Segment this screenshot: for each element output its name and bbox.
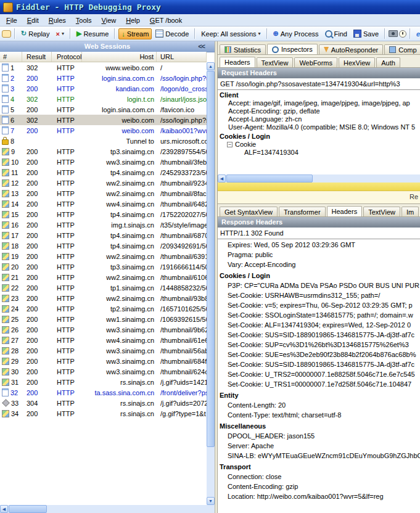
response-tab-transformer[interactable]: Transformer	[279, 207, 326, 216]
tab-statistics[interactable]: Statistics	[220, 44, 266, 54]
session-row[interactable]: 16200HTTPimg.t.sinajs.cn/t35/style/image	[0, 220, 207, 230]
keep-sessions-dropdown[interactable]: Keep: All sessions ▾	[199, 29, 263, 39]
statistics-icon	[224, 46, 231, 53]
session-row[interactable]: 31200HTTPrs.sinajs.cn/j.gif?uids=1421	[0, 377, 207, 387]
session-protocol: HTTP	[52, 211, 82, 218]
session-row[interactable]: 18200HTTPtp4.sinaimg.cn/2093492691/50	[0, 240, 207, 251]
any-process-button[interactable]: ⊕ Any Process	[271, 28, 321, 39]
collapse-node-icon[interactable]: −	[227, 142, 233, 147]
request-horizontal-scrollbar[interactable]: ◀ ▶	[218, 174, 420, 183]
session-row[interactable]: 20200HTTPtp3.sinaimg.cn/1916666114/50	[0, 261, 207, 272]
horizontal-scroll-thumb[interactable]	[226, 174, 313, 183]
collapse-panel-button[interactable]: <<	[198, 42, 205, 51]
session-row[interactable]: 34200HTTPrs.sinajs.cn/g.gif?type=1&t	[0, 408, 207, 419]
session-row[interactable]: 10200HTTPww3.sinaimg.cn/thumbnail/3feb	[0, 157, 207, 167]
menu-item-view[interactable]: View	[97, 15, 121, 25]
session-row[interactable]: 21200HTTPww2.sinaimg.cn/thumbnail/6106	[0, 272, 207, 282]
screenshot-camera-icon[interactable]	[389, 30, 398, 37]
toolbar-separator	[410, 28, 411, 39]
comment-icon[interactable]	[2, 30, 11, 38]
session-row[interactable]: 8Tunnel tours.microsoft.com	[0, 136, 207, 146]
menu-item-help[interactable]: Help	[121, 15, 145, 25]
session-row[interactable]: 25200HTTPww1.sinaimg.cn/1069392615/50	[0, 314, 207, 324]
stream-toggle-button[interactable]: ↓ Stream	[118, 28, 152, 39]
column-header-host[interactable]: Host	[82, 52, 157, 62]
replay-button[interactable]: ↻ Replay	[19, 28, 52, 39]
vertical-scroll-thumb[interactable]	[207, 71, 215, 447]
session-row[interactable]: 4302HTTPlogin.t.cn/sinaurl/joss.jso	[0, 94, 207, 104]
session-row[interactable]: 9200HTTPtp3.sinaimg.cn/2392897554/50	[0, 146, 207, 157]
scroll-left-button[interactable]: ◀	[218, 174, 226, 183]
session-row[interactable]: 17200HTTPtp4.sinaimg.cn/thumbnail/6870	[0, 230, 207, 240]
column-header-url[interactable]: URL	[157, 52, 207, 62]
menu-item-get-book[interactable]: GET /book	[145, 15, 187, 25]
sessions-horizontal-scrollbar[interactable]: ◀ ▶	[0, 505, 207, 513]
column-header-protocol[interactable]: Protocol	[52, 52, 82, 62]
lock-icon	[2, 139, 9, 145]
request-tab-headers[interactable]: Headers	[220, 57, 255, 68]
menu-item-edit[interactable]: Edit	[22, 15, 44, 25]
tab-label: Im	[406, 208, 414, 216]
session-number: 22	[11, 284, 19, 292]
session-result: 200	[22, 389, 52, 396]
menu-item-tools[interactable]: Tools	[71, 15, 97, 25]
remove-sessions-button[interactable]: × ▾	[53, 29, 66, 39]
save-button[interactable]: Save	[351, 28, 381, 39]
response-encoding-notice[interactable]: Re	[218, 183, 420, 204]
session-row[interactable]: 11200HTTPtp4.sinaimg.cn/2452933723/50	[0, 167, 207, 178]
session-row[interactable]: 33304HTTPrs.sinajs.cn/j.gif?uids=2072	[0, 398, 207, 408]
column-header-num[interactable]: #	[0, 52, 22, 62]
session-row[interactable]: 2200HTTPlogin.sina.com.cn/sso/login.php?…	[0, 73, 207, 83]
session-row[interactable]: 27200HTTPww4.sinaimg.cn/thumbnail/61e6	[0, 335, 207, 345]
find-button[interactable]: Find	[323, 29, 350, 39]
session-row[interactable]: 12200HTTPww2.sinaimg.cn/thumbnail/9234	[0, 178, 207, 188]
response-tab-headers[interactable]: Headers	[327, 206, 363, 217]
session-protocol: HTTP	[52, 200, 82, 208]
session-row[interactable]: 1302HTTPwww.weibo.com/	[0, 62, 207, 73]
tab-autoresponder[interactable]: AutoResponder	[319, 44, 383, 54]
column-header-result[interactable]: Result	[22, 52, 52, 62]
response-tab-im[interactable]: Im	[401, 207, 419, 216]
session-row[interactable]: 26200HTTPww3.sinaimg.cn/thumbnail/9b62	[0, 324, 207, 335]
menu-item-rules[interactable]: Rules	[44, 15, 71, 25]
tab-inspectors[interactable]: Inspectors	[267, 44, 318, 55]
session-number: 2	[10, 75, 14, 82]
session-row[interactable]: 23200HTTPww2.sinaimg.cn/thumbnail/93b8	[0, 293, 207, 303]
session-row[interactable]: 28200HTTPww3.sinaimg.cn/thumbnail/56ab	[0, 345, 207, 356]
session-row[interactable]: 14200HTTPww4.sinaimg.cn/thumbnail/6482	[0, 199, 207, 209]
scroll-left-button[interactable]: ◀	[0, 505, 8, 513]
session-row[interactable]: 24200HTTPtp2.sinaimg.cn/1657101625/50	[0, 303, 207, 314]
divider	[218, 239, 420, 239]
tab-comp[interactable]: Comp	[384, 44, 420, 54]
timer-clock-icon[interactable]	[399, 30, 406, 38]
session-row[interactable]: 5200HTTPlogin.sina.com.cn/favicon.ico	[0, 104, 207, 115]
scroll-up-button[interactable]: ▲	[207, 62, 215, 70]
session-row[interactable]: 30200HTTPww3.sinaimg.cn/thumbnail/624c	[0, 366, 207, 377]
session-url: /thumbnail/9b62	[157, 326, 207, 334]
session-row[interactable]: 13200HTTPww2.sinaimg.cn/thumbnail/8fac	[0, 188, 207, 199]
response-tab-get-syntaxview[interactable]: Get SyntaxView	[220, 207, 278, 216]
session-row[interactable]: 3200HTTPkandian.com/logon/do_cross	[0, 83, 207, 94]
browse-button[interactable]: e Br	[414, 29, 420, 39]
session-row[interactable]: 22200HTTPtp1.sinaimg.cn/1448858232/50	[0, 282, 207, 293]
menu-item-file[interactable]: File	[1, 15, 22, 25]
session-row[interactable]: 29200HTTPww3.sinaimg.cn/thumbnail/684f	[0, 356, 207, 366]
resume-button[interactable]: ▶ Resume	[74, 28, 111, 39]
session-row[interactable]: 19200HTTPww2.sinaimg.cn/thumbnail/6391	[0, 251, 207, 261]
header-section: Transport	[218, 462, 420, 472]
session-host: ww4.sinaimg.cn	[82, 337, 157, 344]
session-row[interactable]: 15200HTTPtp4.sinaimg.cn/1752202027/50	[0, 209, 207, 220]
response-tab-textview[interactable]: TextView	[363, 207, 400, 216]
scroll-down-button[interactable]: ▼	[207, 497, 215, 505]
session-row[interactable]: 32200HTTPta.sass.sina.com.cn/front/deliv…	[0, 387, 207, 398]
request-tab-auth[interactable]: Auth	[376, 57, 400, 67]
request-tab-textview[interactable]: TextView	[257, 57, 294, 67]
session-row[interactable]: 7200HTTPweibo.com/kaibao001?wvr=	[0, 125, 207, 136]
request-tab-webforms[interactable]: WebForms	[294, 57, 337, 67]
session-row[interactable]: 6302HTTPweibo.com/sso/login.php?s	[0, 115, 207, 125]
sessions-vertical-scrollbar[interactable]: ▲ ▼	[207, 62, 215, 505]
request-tab-hexview[interactable]: HexView	[339, 57, 375, 67]
session-url: /front/deliver?ps	[157, 389, 207, 396]
horizontal-scroll-thumb[interactable]	[9, 505, 47, 513]
decode-toggle-button[interactable]: Decode	[153, 28, 191, 39]
